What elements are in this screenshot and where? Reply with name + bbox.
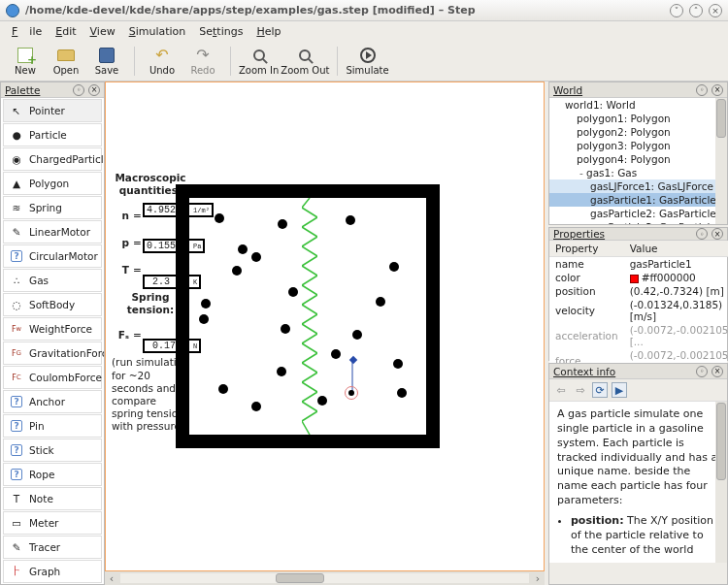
new-icon xyxy=(17,48,33,63)
panel-close-icon[interactable]: × xyxy=(711,366,723,377)
selected-particle[interactable] xyxy=(348,390,354,396)
close-icon[interactable]: × xyxy=(709,4,722,17)
open-button[interactable]: Open xyxy=(47,43,85,80)
palette-item-anchor[interactable]: ?Anchor xyxy=(3,390,102,413)
tree-item[interactable]: -gas1: Gas xyxy=(549,166,727,179)
gravitation-force-icon: FG xyxy=(10,346,23,360)
scroll-left-icon[interactable]: ‹ xyxy=(105,572,118,585)
prop-row[interactable]: velocity(-0.01324,0.3185) [m/s] xyxy=(549,298,728,323)
panel-detach-icon[interactable]: ◦ xyxy=(696,84,708,96)
scroll-right-icon[interactable]: › xyxy=(531,572,545,585)
ctx-back-button[interactable]: ⇦ xyxy=(553,382,569,398)
palette-item-gravitationforce[interactable]: FGGravitationForce xyxy=(3,341,102,365)
menu-file[interactable]: File xyxy=(6,23,48,40)
particle-icon: ● xyxy=(10,128,23,142)
play-icon xyxy=(360,48,376,63)
panel-detach-icon[interactable]: ◦ xyxy=(696,228,708,240)
polygon-icon: ▲ xyxy=(10,177,23,190)
note-icon: T xyxy=(10,492,23,505)
gas-icon: ∴ xyxy=(10,274,23,287)
canvas-hscroll[interactable]: ‹ › xyxy=(105,571,545,585)
world-title: World xyxy=(553,84,692,96)
menu-edit[interactable]: Edit xyxy=(50,23,82,40)
simulate-button[interactable]: Simulate xyxy=(346,43,388,80)
redo-button[interactable]: ↷Redo xyxy=(183,43,222,80)
zoom-out-button[interactable]: Zoom Out xyxy=(281,43,329,80)
menu-simulation[interactable]: Simulation xyxy=(123,23,192,40)
palette-item-tracer[interactable]: ✎Tracer xyxy=(3,536,102,559)
palette-item-linearmotor[interactable]: ✎LinearMotor xyxy=(3,220,102,244)
palette-item-softbody[interactable]: ◌SoftBody xyxy=(3,293,102,316)
gas-box xyxy=(176,184,440,448)
palette-item-particle[interactable]: ●Particle xyxy=(3,123,102,146)
world-tree[interactable]: world1: World polygon1: Polygon polygon2… xyxy=(549,98,727,224)
palette-item-meter[interactable]: ▭Meter xyxy=(3,511,102,535)
graph-icon: ⺊ xyxy=(10,565,23,578)
prop-row[interactable]: position(0.42,-0.7324) [m] xyxy=(549,284,728,298)
palette-item-polygon[interactable]: ▲Polygon xyxy=(3,172,102,195)
palette-item-pin[interactable]: ?Pin xyxy=(3,414,102,438)
save-button[interactable]: Save xyxy=(87,43,126,80)
col-property[interactable]: Property xyxy=(549,241,624,257)
palette-item-spring[interactable]: ≋Spring xyxy=(3,196,102,219)
redo-icon: ↷ xyxy=(194,47,212,64)
prop-row[interactable]: acceleration(-0.0072,-0.002105) [... xyxy=(549,323,728,348)
col-value[interactable]: Value xyxy=(624,241,728,257)
tree-item[interactable]: polygon4: Polygon xyxy=(549,152,727,166)
new-button[interactable]: New xyxy=(6,43,45,80)
spring-shape xyxy=(302,198,317,435)
tree-item[interactable]: gasLJForce1: GasLJForce xyxy=(549,179,727,193)
context-info-panel: Context info ◦ × ⇦ ⇨ ⟳ ▶ A gas particle … xyxy=(548,363,728,585)
palette-item-note[interactable]: TNote xyxy=(3,487,102,510)
tree-item[interactable]: gasParticle3: GasParticle xyxy=(549,220,727,224)
spring-icon: ≋ xyxy=(10,201,23,214)
tree-item-selected[interactable]: gasParticle1: GasParticle xyxy=(549,193,727,207)
maximize-icon[interactable]: ˄ xyxy=(689,4,703,17)
ctx-execute-button[interactable]: ▶ xyxy=(612,382,627,398)
palette-item-rope[interactable]: ?Rope xyxy=(3,463,102,486)
menubar: File Edit View Simulation Settings Help xyxy=(0,21,728,41)
world-vscroll[interactable] xyxy=(715,98,727,224)
rope-icon: ? xyxy=(10,468,23,481)
palette-item-coulombforce[interactable]: FCCoulombForce xyxy=(3,366,102,389)
prop-row[interactable]: color#ff000000 xyxy=(549,271,728,284)
palette-item-pointer[interactable]: ↖Pointer xyxy=(3,99,102,122)
tree-item[interactable]: polygon1: Polygon xyxy=(549,112,727,125)
tree-item[interactable]: polygon3: Polygon xyxy=(549,139,727,152)
palette-panel: Palette ◦ × ↖Pointer ●Particle ◉ChargedP… xyxy=(0,81,105,585)
tree-item[interactable]: gasParticle2: GasParticle xyxy=(549,207,727,220)
menu-help[interactable]: Help xyxy=(250,23,286,40)
pin-icon: ? xyxy=(10,419,23,433)
palette-item-graph[interactable]: ⺊Graph xyxy=(3,560,102,583)
tree-item[interactable]: polygon2: Polygon xyxy=(549,125,727,139)
panel-close-icon[interactable]: × xyxy=(711,84,723,96)
palette-item-weightforce[interactable]: FwWeightForce xyxy=(3,317,102,341)
undo-button[interactable]: ↶Undo xyxy=(143,43,182,80)
color-swatch xyxy=(630,275,639,283)
context-bullet: position: The X/Y position of the partic… xyxy=(571,514,719,558)
panel-detach-icon[interactable]: ◦ xyxy=(696,366,708,377)
app-icon xyxy=(6,4,19,17)
canvas-panel: Macroscopic quantities: n= p= T= Spring … xyxy=(105,81,545,585)
panel-close-icon[interactable]: × xyxy=(88,84,100,96)
minimize-icon[interactable]: ˅ xyxy=(670,4,683,17)
anchor-icon: ? xyxy=(10,395,23,408)
prop-row[interactable]: namegasParticle1 xyxy=(549,257,728,272)
palette-item-stick[interactable]: ?Stick xyxy=(3,439,102,462)
panel-detach-icon[interactable]: ◦ xyxy=(73,84,84,96)
context-vscroll[interactable] xyxy=(715,402,727,563)
open-icon xyxy=(57,49,75,61)
palette-item-chargedparticle[interactable]: ◉ChargedParticle xyxy=(3,147,102,171)
meter-icon: ▭ xyxy=(10,516,23,530)
zoom-in-button[interactable]: Zoom In xyxy=(239,43,279,80)
tree-item[interactable]: world1: World xyxy=(549,98,727,112)
simulation-canvas[interactable]: Macroscopic quantities: n= p= T= Spring … xyxy=(105,81,545,571)
palette-item-gas[interactable]: ∴Gas xyxy=(3,269,102,292)
context-body: A gas particle simulate one single parti… xyxy=(549,402,727,563)
ctx-forward-button[interactable]: ⇨ xyxy=(573,382,588,398)
palette-item-circularmotor[interactable]: ?CircularMotor xyxy=(3,244,102,268)
panel-close-icon[interactable]: × xyxy=(711,228,723,240)
menu-settings[interactable]: Settings xyxy=(193,23,248,40)
menu-view[interactable]: View xyxy=(84,23,121,40)
ctx-sync-button[interactable]: ⟳ xyxy=(592,382,608,398)
